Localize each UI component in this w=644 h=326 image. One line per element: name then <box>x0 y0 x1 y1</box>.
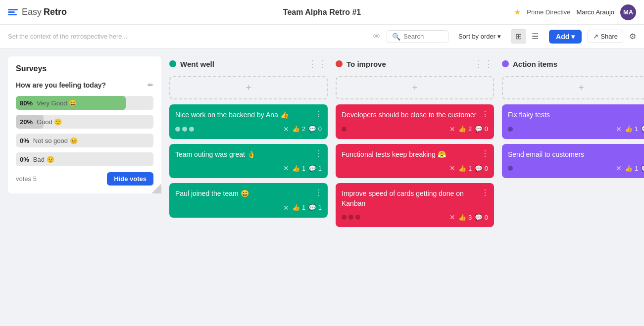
card-comment-i1[interactable]: 💬 0 <box>475 125 488 133</box>
edit-icon[interactable]: ✏ <box>148 81 153 89</box>
add-card-to-improve[interactable]: + <box>336 76 494 99</box>
card-like-1[interactable]: 👍 2 <box>292 125 305 133</box>
share-icon: ↗ <box>593 33 598 40</box>
card-text-1: Nice work on the backend by Ana 👍 <box>175 110 322 120</box>
card-comment-2[interactable]: 💬 1 <box>308 165 322 172</box>
column-to-improve: To improve ⋮⋮ + ⋮ Developers should be c… <box>336 56 494 232</box>
card-footer-2: ✕ 👍 1 💬 1 <box>175 164 322 172</box>
column-action-items: Action items ⋮⋮ + ⋮ Fix flaky tests ✕ 👍 … <box>502 56 644 232</box>
grid-view-button[interactable]: ⊞ <box>511 29 526 44</box>
card-went-well-2: ⋮ Team outing was great 👌 ✕ 👍 1 💬 1 <box>169 144 328 179</box>
card-menu-improve-2[interactable]: ⋮ <box>481 149 489 158</box>
surveys-title: Surveys <box>16 64 153 73</box>
card-comment-a1[interactable]: 💬 0 <box>641 125 644 133</box>
card-like-a1[interactable]: 👍 1 <box>625 125 638 133</box>
col-title-action-items: Action items <box>513 60 637 68</box>
card-footer-improve-3: ✕ 👍 3 💬 0 <box>342 213 488 221</box>
col-menu-action-items[interactable]: ⋮⋮ <box>641 58 644 69</box>
survey-pct-good: 20% <box>20 118 33 126</box>
card-actions-improve-1: ✕ 👍 2 💬 0 <box>449 125 488 133</box>
card-comment-i2[interactable]: 💬 0 <box>475 165 488 172</box>
surveys-panel: Surveys How are you feeling today? ✏ 80%… <box>8 56 161 193</box>
card-text-3: Paul joined the team 😄 <box>175 189 322 199</box>
card-like-i2[interactable]: 👍 1 <box>458 165 472 172</box>
panel-corner <box>151 184 161 193</box>
logo-bar-1 <box>8 9 18 10</box>
card-close-a2[interactable]: ✕ <box>616 164 622 172</box>
card-text-improve-1: Developers should be close to the custom… <box>342 110 488 120</box>
add-card-went-well[interactable]: + <box>169 76 328 99</box>
card-close-i3[interactable]: ✕ <box>449 213 455 221</box>
board: Surveys How are you feeling today? ✏ 80%… <box>0 48 644 240</box>
card-close-i2[interactable]: ✕ <box>449 164 455 172</box>
card-menu-improve-3[interactable]: ⋮ <box>481 188 489 197</box>
survey-label-not-so-good: 0% Not so good 😐 <box>20 137 78 144</box>
card-comment-a2[interactable]: 💬 0 <box>641 165 644 172</box>
survey-bar-bg-bad: 0% Bad 😟 <box>16 152 153 166</box>
chevron-down-icon-add: ▾ <box>571 33 575 41</box>
search-box[interactable]: 🔍 <box>387 30 448 43</box>
card-comment-i3[interactable]: 💬 0 <box>475 214 488 221</box>
card-close-2[interactable]: ✕ <box>283 164 289 172</box>
card-menu-2[interactable]: ⋮ <box>315 149 323 158</box>
card-like-i1[interactable]: 👍 2 <box>458 125 472 133</box>
gear-icon[interactable]: ⚙ <box>629 32 636 41</box>
card-footer-action-2: ✕ 👍 1 💬 0 <box>508 164 644 172</box>
card-menu-1[interactable]: ⋮ <box>315 109 323 119</box>
card-went-well-3: ⋮ Paul joined the team 😄 ✕ 👍 1 💬 1 <box>169 183 328 218</box>
context-text[interactable]: Set the context of the retrospective her… <box>8 33 367 40</box>
chevron-down-icon: ▾ <box>497 33 501 40</box>
card-close-i1[interactable]: ✕ <box>449 125 455 133</box>
list-view-button[interactable]: ☰ <box>527 29 543 44</box>
card-actions-improve-3: ✕ 👍 3 💬 0 <box>449 213 488 221</box>
card-footer-improve-2: ✕ 👍 1 💬 0 <box>342 164 488 172</box>
hide-votes-button[interactable]: Hide votes <box>107 172 153 186</box>
avatar[interactable]: MA <box>620 4 636 20</box>
share-label: Share <box>600 33 618 40</box>
survey-pct-not-so-good: 0% <box>20 137 29 144</box>
survey-label-bad: 0% Bad 😟 <box>20 156 54 163</box>
survey-question: How are you feeling today? ✏ <box>16 81 153 89</box>
card-actions-1: ✕ 👍 2 💬 0 <box>283 125 322 133</box>
share-button[interactable]: ↗ Share <box>588 30 623 43</box>
col-header-action-items: Action items ⋮⋮ <box>502 56 644 71</box>
card-like-3[interactable]: 👍 1 <box>292 204 305 211</box>
card-text-improve-3: Improve speed of cards getting done on K… <box>342 189 488 208</box>
card-improve-2: ⋮ Functional tests keep breaking 😤 ✕ 👍 1… <box>336 144 494 179</box>
sort-button[interactable]: Sort by order ▾ <box>454 31 505 42</box>
card-text-action-1: Fix flaky tests <box>508 110 644 120</box>
col-menu-went-well[interactable]: ⋮⋮ <box>308 58 328 69</box>
card-comment-1[interactable]: 💬 0 <box>308 125 322 133</box>
card-dot-i1a <box>342 127 347 132</box>
card-like-a2[interactable]: 👍 1 <box>625 165 638 172</box>
prime-directive-link[interactable]: Prime Directive <box>527 8 570 16</box>
card-menu-improve-1[interactable]: ⋮ <box>481 109 489 119</box>
card-footer-3: ✕ 👍 1 💬 1 <box>175 204 322 212</box>
survey-bar-bg-not-so-good: 0% Not so good 😐 <box>16 134 153 147</box>
card-actions-improve-2: ✕ 👍 1 💬 0 <box>449 164 488 172</box>
card-comment-3[interactable]: 💬 1 <box>308 204 322 211</box>
card-menu-3[interactable]: ⋮ <box>315 188 323 197</box>
survey-bar-bg-good: 20% Good 🙂 <box>16 115 153 129</box>
survey-text-good: Good 🙂 <box>37 118 62 126</box>
card-close-a1[interactable]: ✕ <box>616 125 622 133</box>
card-close-3[interactable]: ✕ <box>283 204 289 212</box>
search-input[interactable] <box>403 33 443 40</box>
add-button[interactable]: Add ▾ <box>549 30 582 44</box>
view-toggle: ⊞ ☰ <box>511 29 543 44</box>
card-like-2[interactable]: 👍 1 <box>292 165 305 172</box>
survey-text-very-good: Very Good 😄 <box>37 99 77 107</box>
card-dots-action-2 <box>508 166 513 171</box>
card-like-i3[interactable]: 👍 3 <box>458 214 472 221</box>
card-dot-1b <box>182 127 187 132</box>
col-title-went-well: Went well <box>180 60 304 68</box>
eye-icon[interactable]: 👁 <box>373 32 381 41</box>
user-name[interactable]: Marco Araujo <box>576 8 614 16</box>
card-close-1[interactable]: ✕ <box>283 125 289 133</box>
add-card-action-items[interactable]: + <box>502 76 644 99</box>
survey-row-very-good: 80% Very Good 😄 <box>16 96 153 110</box>
col-header-went-well: Went well ⋮⋮ <box>169 56 328 71</box>
card-action-1: ⋮ Fix flaky tests ✕ 👍 1 💬 0 <box>502 104 644 139</box>
logo[interactable]: EasyRetro <box>8 7 67 17</box>
col-menu-to-improve[interactable]: ⋮⋮ <box>474 58 494 69</box>
